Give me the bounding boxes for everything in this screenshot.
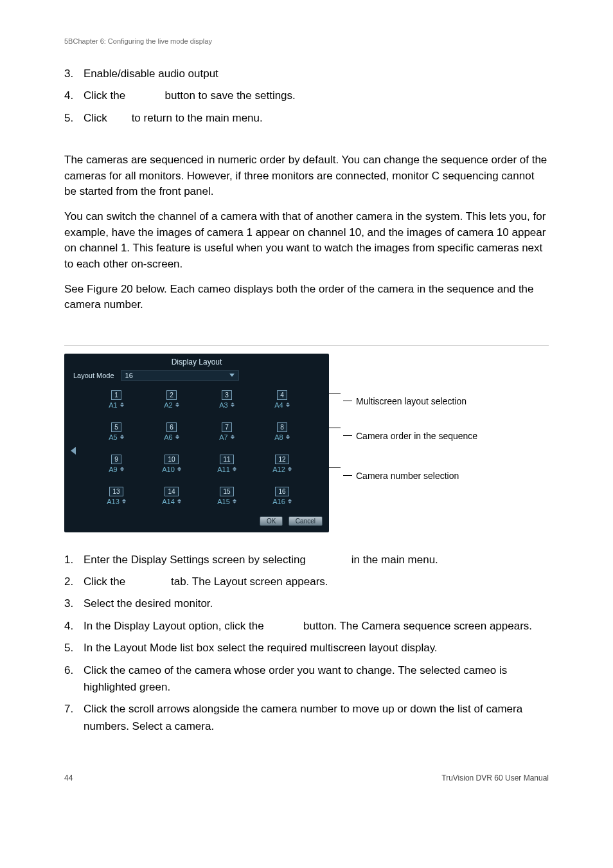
cameo-spinner[interactable] (231, 435, 235, 439)
spinner-down-icon[interactable] (122, 502, 126, 503)
spinner-up-icon[interactable] (233, 467, 236, 469)
step-number: 4. (64, 618, 84, 635)
step-text: Click to return to the main menu. (84, 110, 263, 127)
annotation-camera-order: Camera order in the sequence (343, 431, 477, 441)
step-text: In the Display Layout option, click the … (84, 618, 532, 635)
spinner-down-icon[interactable] (175, 405, 179, 407)
step-number: 5. (64, 640, 84, 656)
cameo-spinner[interactable] (177, 499, 181, 503)
display-layout-screenshot: Display Layout Layout Mode 16 1A12A23A34… (64, 354, 329, 532)
cameo[interactable]: 8A8 (260, 420, 305, 441)
layout-mode-dropdown[interactable]: 16 (121, 370, 239, 381)
cameo[interactable]: 4A4 (260, 388, 305, 409)
spinner-down-icon[interactable] (120, 437, 124, 439)
spinner-down-icon[interactable] (286, 405, 290, 407)
cameo[interactable]: 2A2 (149, 388, 194, 409)
spinner-up-icon[interactable] (120, 435, 124, 437)
ok-button[interactable]: OK (260, 516, 283, 526)
spinner-down-icon[interactable] (231, 437, 235, 439)
cameo-camera-number: A1 (109, 401, 117, 409)
cameo[interactable]: 12A12 (260, 453, 305, 473)
cameo-camera-number: A12 (272, 466, 285, 473)
cameo[interactable]: 7A7 (204, 420, 249, 441)
spinner-up-icon[interactable] (120, 402, 124, 404)
cameo-spinner[interactable] (288, 499, 292, 503)
cameo[interactable]: 13A13 (94, 485, 139, 505)
spinner-up-icon[interactable] (175, 402, 179, 404)
step-number: 7. (64, 701, 84, 735)
spinner-up-icon[interactable] (288, 467, 292, 469)
cameo-camera-number: A13 (107, 498, 120, 505)
spinner-down-icon[interactable] (288, 469, 292, 471)
spinner-up-icon[interactable] (175, 435, 179, 437)
bstep-4: 4. In the Display Layout option, click t… (64, 618, 549, 635)
spinner-up-icon[interactable] (231, 402, 235, 404)
cameo-spinner[interactable] (175, 402, 179, 407)
spinner-down-icon[interactable] (177, 469, 181, 471)
cameo[interactable]: 3A3 (204, 388, 249, 409)
cameo-spinner[interactable] (233, 499, 236, 503)
cancel-button[interactable]: Cancel (289, 516, 323, 526)
spinner-up-icon[interactable] (233, 499, 236, 501)
cameo-spinner[interactable] (286, 402, 290, 407)
cameo-order: 10 (164, 455, 178, 464)
cameo[interactable]: 11A11 (204, 453, 249, 473)
cameo-camera-number: A3 (219, 401, 227, 409)
spinner-up-icon[interactable] (122, 499, 126, 501)
layout-mode-label: Layout Mode (73, 372, 114, 379)
step-4: 4. Click the button to save the settings… (64, 87, 549, 104)
spinner-up-icon[interactable] (286, 402, 290, 404)
cameo-camera-number: A2 (164, 401, 172, 409)
spinner-up-icon[interactable] (177, 467, 181, 469)
cameo-camera-number: A6 (164, 433, 172, 441)
cameo[interactable]: 16A16 (260, 485, 305, 505)
cameo[interactable]: 6A6 (149, 420, 194, 441)
cameo-spinner[interactable] (120, 402, 124, 407)
cameo[interactable]: 10A10 (149, 453, 194, 473)
cameo-order: 3 (222, 390, 232, 400)
spinner-up-icon[interactable] (286, 435, 290, 437)
cameo-spinner[interactable] (120, 435, 124, 439)
cameo-spinner[interactable] (233, 467, 236, 471)
step-5: 5. Click to return to the main menu. (64, 110, 549, 127)
spinner-up-icon[interactable] (177, 499, 181, 501)
cameo[interactable]: 15A15 (204, 485, 249, 505)
paragraph: See Figure 20 below. Each cameo displays… (64, 282, 549, 313)
bottom-steps: 1. Enter the Display Settings screen by … (64, 552, 549, 735)
spinner-down-icon[interactable] (233, 469, 236, 471)
cameo-spinner[interactable] (122, 499, 126, 503)
spinner-up-icon[interactable] (231, 435, 235, 437)
spinner-down-icon[interactable] (120, 469, 124, 471)
cameo[interactable]: 9A9 (94, 453, 139, 473)
spinner-down-icon[interactable] (233, 502, 236, 503)
page-number: 44 (64, 773, 73, 782)
cameo[interactable]: 5A5 (94, 420, 139, 441)
cameo[interactable]: 14A14 (149, 485, 194, 505)
chapter-header: 5BChapter 6: Configuring the live mode d… (64, 37, 549, 45)
annotation-multiscreen: Multiscreen layout selection (343, 396, 466, 406)
cameo[interactable]: 1A1 (94, 388, 139, 409)
spinner-down-icon[interactable] (286, 437, 290, 439)
cameo-spinner[interactable] (120, 467, 124, 471)
cameo-camera-number: A15 (217, 498, 230, 505)
cameo-spinner[interactable] (177, 467, 181, 471)
spinner-down-icon[interactable] (177, 502, 181, 503)
step-text: Click the tab. The Layout screen appears… (84, 574, 328, 590)
cameo-camera-number: A16 (272, 498, 285, 505)
spinner-down-icon[interactable] (231, 405, 235, 407)
screenshot-title: Display Layout (64, 354, 329, 369)
cameo-spinner[interactable] (175, 435, 179, 439)
spinner-down-icon[interactable] (120, 405, 124, 407)
cameo-spinner[interactable] (231, 402, 235, 407)
spinner-down-icon[interactable] (175, 437, 179, 439)
spinner-up-icon[interactable] (288, 499, 292, 501)
cameo-spinner[interactable] (286, 435, 290, 439)
step-number: 4. (64, 87, 84, 104)
cameo-spinner[interactable] (288, 467, 292, 471)
cameo-order: 5 (111, 422, 121, 432)
cameo-camera-number: A10 (162, 466, 175, 473)
spinner-up-icon[interactable] (120, 467, 124, 469)
spinner-down-icon[interactable] (288, 502, 292, 503)
cameo-camera-number: A8 (274, 433, 283, 441)
cameo-camera-number: A7 (219, 433, 227, 441)
